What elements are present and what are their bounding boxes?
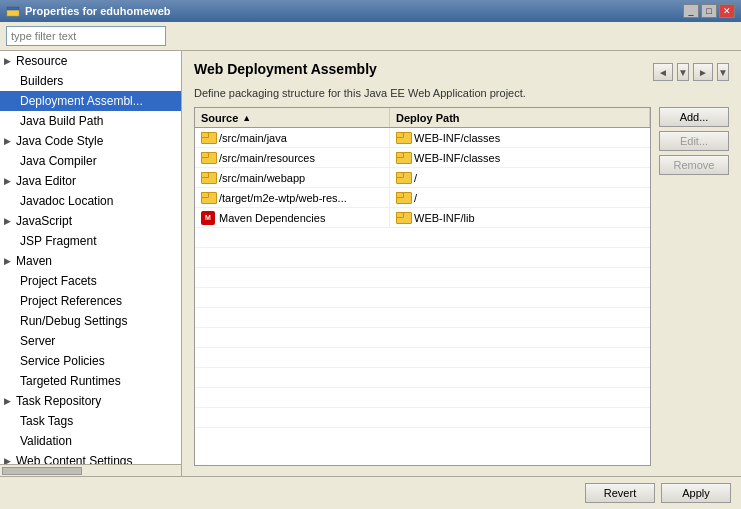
sidebar-item-label: Service Policies bbox=[20, 354, 105, 368]
sidebar-item-label: Server bbox=[20, 334, 55, 348]
sidebar: ▶ResourceBuildersDeployment Assembl...Ja… bbox=[0, 51, 182, 464]
sidebar-item-deployment-assembly[interactable]: Deployment Assembl... bbox=[0, 91, 181, 111]
revert-button[interactable]: Revert bbox=[585, 483, 655, 503]
table-row-empty bbox=[195, 288, 650, 308]
sidebar-item-label: Java Build Path bbox=[20, 114, 103, 128]
deploy-path: / bbox=[414, 192, 417, 204]
sidebar-item-task-repository[interactable]: ▶Task Repository bbox=[0, 391, 181, 411]
maximize-button[interactable]: □ bbox=[701, 4, 717, 18]
folder-icon bbox=[396, 152, 410, 164]
table-row[interactable]: /src/main/resourcesWEB-INF/classes bbox=[195, 148, 650, 168]
sidebar-item-maven[interactable]: ▶Maven bbox=[0, 251, 181, 271]
sidebar-item-java-code-style[interactable]: ▶Java Code Style bbox=[0, 131, 181, 151]
source-path: /src/main/webapp bbox=[219, 172, 305, 184]
apply-button[interactable]: Apply bbox=[661, 483, 731, 503]
deploy-cell: / bbox=[390, 188, 650, 207]
sidebar-item-java-compiler[interactable]: Java Compiler bbox=[0, 151, 181, 171]
minimize-button[interactable]: _ bbox=[683, 4, 699, 18]
filter-input[interactable] bbox=[6, 26, 166, 46]
expand-arrow-icon: ▶ bbox=[4, 216, 16, 226]
source-path: /target/m2e-wtp/web-res... bbox=[219, 192, 347, 204]
deploy-path: WEB-INF/classes bbox=[414, 132, 500, 144]
folder-icon bbox=[396, 132, 410, 144]
table-row-empty bbox=[195, 268, 650, 288]
sidebar-item-label: Java Compiler bbox=[20, 154, 97, 168]
table-row-empty bbox=[195, 308, 650, 328]
sidebar-item-targeted-runtimes[interactable]: Targeted Runtimes bbox=[0, 371, 181, 391]
sidebar-item-builders[interactable]: Builders bbox=[0, 71, 181, 91]
deploy-path: WEB-INF/classes bbox=[414, 152, 500, 164]
filter-row bbox=[0, 22, 741, 51]
back-dropdown[interactable]: ▼ bbox=[677, 63, 689, 81]
sidebar-item-jsp-fragment[interactable]: JSP Fragment bbox=[0, 231, 181, 251]
horizontal-scrollbar[interactable] bbox=[0, 464, 181, 476]
expand-arrow-icon: ▶ bbox=[4, 56, 16, 66]
sidebar-item-label: Task Tags bbox=[20, 414, 73, 428]
sidebar-item-project-facets[interactable]: Project Facets bbox=[0, 271, 181, 291]
sidebar-item-server[interactable]: Server bbox=[0, 331, 181, 351]
folder-icon bbox=[201, 192, 215, 204]
deploy-cell: WEB-INF/classes bbox=[390, 148, 650, 167]
source-column-header[interactable]: Source ▲ bbox=[195, 108, 390, 127]
table-row-empty bbox=[195, 248, 650, 268]
window-controls: _ □ ✕ bbox=[683, 4, 735, 18]
sidebar-item-java-build-path[interactable]: Java Build Path bbox=[0, 111, 181, 131]
sidebar-item-label: JSP Fragment bbox=[20, 234, 96, 248]
sidebar-item-run-debug-settings[interactable]: Run/Debug Settings bbox=[0, 311, 181, 331]
deploy-path-column-header[interactable]: Deploy Path bbox=[390, 108, 650, 127]
sidebar-item-label: Javadoc Location bbox=[20, 194, 113, 208]
forward-dropdown[interactable]: ▼ bbox=[717, 63, 729, 81]
deploy-path: / bbox=[414, 172, 417, 184]
expand-arrow-icon: ▶ bbox=[4, 456, 16, 464]
forward-button[interactable]: ► bbox=[693, 63, 713, 81]
expand-arrow-icon: ▶ bbox=[4, 136, 16, 146]
bottom-bar: Revert Apply bbox=[0, 476, 741, 509]
folder-icon bbox=[201, 152, 215, 164]
sidebar-item-label: Validation bbox=[20, 434, 72, 448]
folder-icon bbox=[396, 192, 410, 204]
sidebar-item-label: Maven bbox=[16, 254, 52, 268]
sidebar-item-project-references[interactable]: Project References bbox=[0, 291, 181, 311]
sidebar-item-label: Web Content Settings bbox=[16, 454, 133, 464]
table-row[interactable]: /src/main/webapp/ bbox=[195, 168, 650, 188]
table-row-empty bbox=[195, 228, 650, 248]
sidebar-item-task-tags[interactable]: Task Tags bbox=[0, 411, 181, 431]
table-row-empty bbox=[195, 348, 650, 368]
title-bar: Properties for eduhomeweb _ □ ✕ bbox=[0, 0, 741, 22]
assembly-table: Source ▲ Deploy Path /src/main/javaWEB-I… bbox=[194, 107, 651, 466]
table-row[interactable]: /src/main/javaWEB-INF/classes bbox=[195, 128, 650, 148]
sidebar-item-label: Deployment Assembl... bbox=[20, 94, 143, 108]
deploy-path: WEB-INF/lib bbox=[414, 212, 475, 224]
table-row[interactable]: /target/m2e-wtp/web-res.../ bbox=[195, 188, 650, 208]
table-row[interactable]: MMaven DependenciesWEB-INF/lib bbox=[195, 208, 650, 228]
folder-icon bbox=[396, 212, 410, 224]
sidebar-item-javadoc-location[interactable]: Javadoc Location bbox=[0, 191, 181, 211]
sidebar-item-label: Project Facets bbox=[20, 274, 97, 288]
deploy-cell: WEB-INF/classes bbox=[390, 128, 650, 147]
sidebar-item-label: Java Editor bbox=[16, 174, 76, 188]
navigation-arrows: ◄ ▼ ► ▼ bbox=[653, 63, 729, 81]
sidebar-item-label: Run/Debug Settings bbox=[20, 314, 127, 328]
side-buttons: Add... Edit... Remove bbox=[659, 107, 729, 466]
panel-description: Define packaging structure for this Java… bbox=[194, 87, 729, 99]
sidebar-item-javascript[interactable]: ▶JavaScript bbox=[0, 211, 181, 231]
back-button[interactable]: ◄ bbox=[653, 63, 673, 81]
remove-button[interactable]: Remove bbox=[659, 155, 729, 175]
table-body: /src/main/javaWEB-INF/classes/src/main/r… bbox=[195, 128, 650, 465]
sidebar-item-label: JavaScript bbox=[16, 214, 72, 228]
source-path: Maven Dependencies bbox=[219, 212, 325, 224]
window-title: Properties for eduhomeweb bbox=[25, 5, 170, 17]
source-cell: /target/m2e-wtp/web-res... bbox=[195, 188, 390, 207]
window-icon bbox=[6, 4, 20, 18]
sidebar-item-resource[interactable]: ▶Resource bbox=[0, 51, 181, 71]
close-button[interactable]: ✕ bbox=[719, 4, 735, 18]
sidebar-item-web-content-settings[interactable]: ▶Web Content Settings bbox=[0, 451, 181, 464]
edit-button[interactable]: Edit... bbox=[659, 131, 729, 151]
source-cell: /src/main/webapp bbox=[195, 168, 390, 187]
add-button[interactable]: Add... bbox=[659, 107, 729, 127]
sidebar-item-validation[interactable]: Validation bbox=[0, 431, 181, 451]
sidebar-item-service-policies[interactable]: Service Policies bbox=[0, 351, 181, 371]
svg-rect-1 bbox=[7, 7, 19, 10]
table-row-empty bbox=[195, 408, 650, 428]
sidebar-item-java-editor[interactable]: ▶Java Editor bbox=[0, 171, 181, 191]
